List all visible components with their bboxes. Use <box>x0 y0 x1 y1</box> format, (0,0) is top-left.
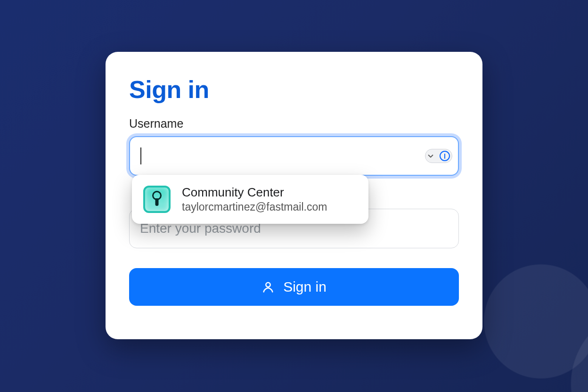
username-input[interactable] <box>129 136 459 176</box>
svg-point-0 <box>266 283 270 287</box>
signin-button-label: Sign in <box>283 279 327 295</box>
autofill-title: Community Center <box>182 185 327 200</box>
autofill-suggestion[interactable]: Community Center taylorcmartinez@fastmai… <box>132 175 368 224</box>
chevron-down-icon <box>427 153 434 159</box>
lock-icon <box>143 186 171 213</box>
signin-card: Sign in Username Community Center taylor… <box>106 52 482 339</box>
onepassword-icon <box>440 151 450 161</box>
username-field-wrap: Community Center taylorcmartinez@fastmai… <box>129 136 459 176</box>
autofill-text: Community Center taylorcmartinez@fastmai… <box>182 185 327 213</box>
autofill-pill[interactable] <box>425 149 452 163</box>
user-icon <box>261 280 275 294</box>
autofill-subtitle: taylorcmartinez@fastmail.com <box>182 200 327 214</box>
username-label: Username <box>129 117 459 131</box>
signin-button[interactable]: Sign in <box>129 268 459 306</box>
text-caret <box>140 147 141 164</box>
page-title: Sign in <box>129 75 459 104</box>
